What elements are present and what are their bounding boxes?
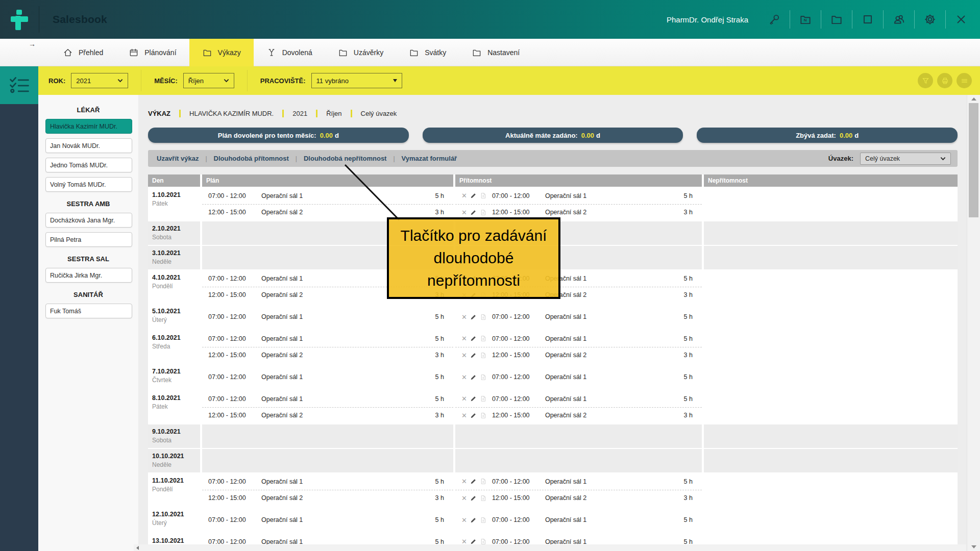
folder-n-icon[interactable]: N [794, 8, 817, 31]
tab-planovani[interactable]: Plánování [116, 39, 189, 66]
person-item[interactable]: Docházková Jana Mgr. [45, 213, 132, 228]
timesheet-header: Den Plán Přítomnost Nepřítomnost [148, 174, 958, 187]
delete-icon[interactable]: ✕ [461, 352, 467, 359]
long-term-presence-button[interactable]: Dlouhodobá přítomnost [207, 155, 296, 162]
tooltip-callout: Tlačítko pro zadávání dlouhodobé nepříto… [387, 217, 560, 299]
shift-time: 07:00 - 12:00 [492, 335, 539, 342]
copy-icon[interactable] [480, 517, 486, 523]
edit-icon[interactable] [470, 209, 477, 216]
tab-svatky[interactable]: Svátky [396, 39, 459, 66]
person-item[interactable]: Jan Novák MUDr. [45, 138, 132, 153]
collapse-arrow-icon[interactable]: → [29, 40, 36, 48]
shift-place: Operační sál 1 [545, 373, 586, 381]
copy-icon[interactable] [480, 314, 486, 320]
col-plan: Plán [202, 174, 453, 187]
scroll-down-icon[interactable] [971, 545, 976, 548]
delete-icon[interactable]: ✕ [461, 374, 467, 381]
tab-uzaverky[interactable]: Uzávěrky [325, 39, 396, 66]
users-icon[interactable] [887, 8, 911, 31]
shift-time: 07:00 - 12:00 [208, 313, 255, 320]
mesic-select[interactable]: Říjen [183, 73, 234, 88]
copy-icon[interactable] [480, 192, 486, 199]
scroll-left-icon[interactable] [136, 546, 139, 550]
row-day: Úterý [152, 316, 196, 323]
long-term-absence-button[interactable]: Dlouhodobá nepřítomnost [297, 155, 393, 162]
person-item[interactable]: Pilná Petra [45, 232, 132, 247]
shift-entry: ✕ 07:00 - 12:00 Operační sál 1 5 h [455, 364, 702, 390]
copy-icon[interactable] [480, 478, 486, 485]
close-report-button[interactable]: Uzavřít výkaz [150, 155, 205, 162]
folder-icon[interactable] [825, 8, 848, 31]
edit-icon[interactable] [470, 495, 477, 502]
delete-icon[interactable]: ✕ [461, 335, 467, 342]
filter-divider [247, 70, 248, 91]
edit-icon[interactable] [470, 395, 477, 402]
shift-place: Operační sál 1 [261, 335, 303, 342]
edit-icon[interactable] [470, 412, 477, 419]
edit-icon[interactable] [470, 517, 477, 523]
vertical-scrollbar[interactable] [967, 95, 980, 551]
uvazek-select[interactable]: Celý úvazek [860, 153, 951, 165]
shift-place: Operační sál 1 [261, 313, 303, 320]
edit-icon[interactable] [470, 192, 477, 199]
scroll-up-icon[interactable] [971, 97, 976, 101]
shift-entry: ✕ 07:00 - 12:00 Operační sál 1 5 h [455, 473, 702, 490]
edit-icon[interactable] [470, 374, 477, 381]
group-title-sestra-sal: SESTRA SAL [38, 255, 138, 263]
copy-icon[interactable] [480, 352, 486, 359]
print-icon[interactable] [937, 73, 952, 88]
tab-vykazy[interactable]: Výkazy [189, 39, 254, 66]
edit-icon[interactable] [470, 335, 477, 342]
copy-icon[interactable] [480, 395, 486, 402]
delete-icon[interactable]: ✕ [461, 395, 467, 402]
close-icon[interactable] [949, 8, 973, 31]
person-item[interactable]: Fuk Tomáš [45, 304, 132, 318]
copy-icon[interactable] [480, 374, 486, 381]
rok-select[interactable]: 2021 [71, 73, 128, 88]
copy-icon[interactable] [480, 335, 486, 342]
person-item[interactable]: Hlavička Kazimír MUDr. [45, 119, 132, 134]
edit-icon[interactable] [470, 352, 477, 359]
presence-cell: ✕ 07:00 - 12:00 Operační sál 1 5 h ✕ 12:… [455, 473, 702, 506]
delete-icon[interactable]: ✕ [461, 192, 467, 199]
pracoviste-select[interactable]: 11 vybráno [311, 73, 402, 88]
delete-icon[interactable]: ✕ [461, 209, 467, 216]
shift-hours: 5 h [435, 516, 447, 523]
copy-icon[interactable] [480, 495, 486, 502]
copy-icon[interactable] [480, 209, 486, 216]
tab-prehled[interactable]: Přehled [50, 39, 116, 66]
row-date: 12.10.2021 [152, 511, 196, 518]
person-item[interactable]: Ručička Jirka Mgr. [45, 268, 132, 283]
badge-unit: d [335, 132, 339, 139]
delete-icon[interactable]: ✕ [461, 314, 467, 320]
filter-icon[interactable] [918, 73, 933, 88]
scrollbar-thumb[interactable] [969, 103, 978, 217]
tab-dovolena[interactable]: Dovolená [254, 39, 325, 66]
edit-icon[interactable] [470, 478, 477, 485]
shift-place: Operační sál 2 [545, 352, 586, 359]
person-item[interactable]: Volný Tomáš MUDr. [45, 177, 132, 192]
group-title-sestra-amb: SESTRA AMB [38, 200, 138, 208]
copy-icon[interactable] [480, 412, 486, 419]
delete-icon[interactable]: ✕ [461, 495, 467, 502]
shift-hours: 5 h [684, 275, 696, 282]
pracoviste-label: PRACOVIŠTĚ: [260, 77, 306, 85]
cross-logo-icon [9, 8, 30, 31]
table-row: 5.10.2021 Úterý 07:00 - 12:00 Operační s… [148, 304, 958, 330]
clear-form-button[interactable]: Vymazat formulář [395, 155, 464, 162]
menu-icon[interactable] [957, 73, 972, 88]
delete-icon[interactable]: ✕ [461, 478, 467, 485]
delete-icon[interactable]: ✕ [461, 412, 467, 419]
absence-cell [704, 246, 958, 269]
settings-icon[interactable] [918, 8, 942, 31]
delete-icon[interactable]: ✕ [461, 517, 467, 523]
tab-nastaveni[interactable]: Nastavení [459, 39, 532, 66]
shift-hours: 3 h [435, 352, 447, 359]
person-item[interactable]: Jedno Tomáš MUDr. [45, 158, 132, 172]
edit-icon[interactable] [470, 314, 477, 320]
checklist-toggle[interactable] [0, 66, 38, 104]
presence-cell: ✕ 07:00 - 12:00 Operační sál 1 5 h ✕ 12:… [455, 331, 702, 363]
horizontal-scrollbar[interactable] [134, 544, 966, 551]
key-icon[interactable] [763, 8, 786, 31]
window-icon[interactable] [856, 8, 879, 31]
